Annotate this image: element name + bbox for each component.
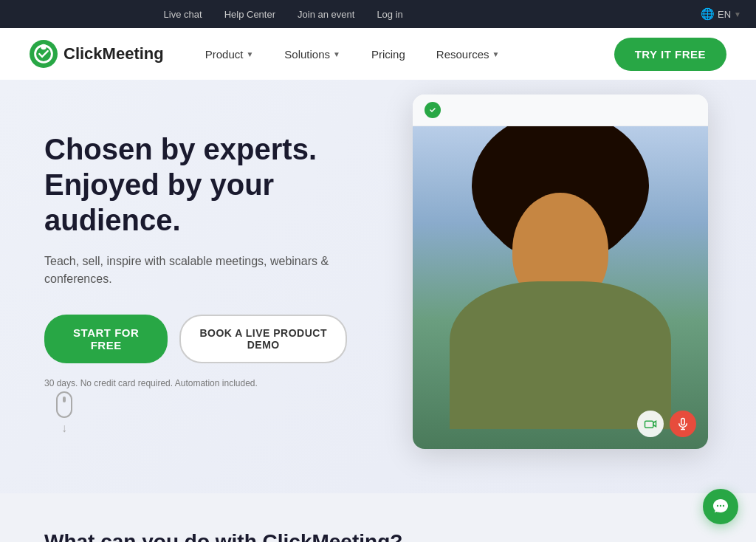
try-it-free-button[interactable]: TRY IT FREE xyxy=(614,38,726,71)
svg-point-13 xyxy=(723,505,724,507)
topbar-join-event[interactable]: Join an event xyxy=(298,9,354,20)
video-controls xyxy=(637,411,696,437)
microphone-button[interactable] xyxy=(670,411,696,437)
bottom-section: What can you do with ClickMeeting? Why d… xyxy=(0,493,756,542)
video-card-header xyxy=(413,95,708,126)
start-for-free-button[interactable]: START FOR FREE xyxy=(44,315,168,363)
globe-icon: 🌐 xyxy=(701,7,715,21)
topbar-live-chat[interactable]: Live chat xyxy=(164,9,202,20)
camera-button[interactable] xyxy=(637,411,664,437)
svg-point-1 xyxy=(41,44,47,50)
svg-point-12 xyxy=(720,505,721,507)
hero-note: 30 days. No credit card required. Automa… xyxy=(44,377,347,390)
chat-bubble-icon xyxy=(712,498,729,515)
hero-section: Chosen by experts. Enjoyed by your audie… xyxy=(0,80,756,493)
nav-links: Product ▼ Solutions ▼ Pricing Resources … xyxy=(193,42,614,66)
camera-icon xyxy=(644,417,657,430)
hero-subtitle: Teach, sell, inspire with scalable meeti… xyxy=(44,253,347,288)
svg-rect-4 xyxy=(681,419,685,425)
logo-text: ClickMeeting xyxy=(63,44,164,64)
book-demo-button[interactable]: BOOK A LIVE PRODUCT DEMO xyxy=(179,315,347,363)
svg-rect-3 xyxy=(645,421,653,428)
top-bar: Live chat Help Center Join an event Log … xyxy=(0,0,756,28)
logo-icon xyxy=(30,40,58,68)
nav-product[interactable]: Product ▼ xyxy=(193,42,266,66)
logo-link[interactable]: ClickMeeting xyxy=(30,40,164,68)
video-card xyxy=(413,95,708,449)
resources-chevron-icon: ▼ xyxy=(492,50,500,58)
hero-image-area xyxy=(387,80,756,493)
hero-content: Chosen by experts. Enjoyed by your audie… xyxy=(0,80,384,493)
body-shape xyxy=(450,281,671,429)
topbar-log-in[interactable]: Log in xyxy=(377,9,402,20)
solutions-chevron-icon: ▼ xyxy=(333,50,340,58)
mic-icon xyxy=(676,417,690,430)
nav-resources[interactable]: Resources ▼ xyxy=(425,42,512,66)
person-image xyxy=(413,126,708,449)
svg-point-11 xyxy=(717,505,718,507)
main-nav: ClickMeeting Product ▼ Solutions ▼ Prici… xyxy=(0,28,756,80)
bottom-title: What can you do with ClickMeeting? xyxy=(44,530,712,542)
person-figure xyxy=(457,126,664,429)
chat-bubble-button[interactable] xyxy=(703,489,738,524)
lang-chevron-icon: ▼ xyxy=(734,10,741,18)
scroll-oval xyxy=(56,391,72,418)
nav-pricing[interactable]: Pricing xyxy=(360,42,417,66)
scroll-dot xyxy=(63,397,66,402)
language-selector[interactable]: EN xyxy=(718,9,731,20)
topbar-help-center[interactable]: Help Center xyxy=(224,9,275,20)
nav-solutions[interactable]: Solutions ▼ xyxy=(272,42,352,66)
scroll-indicator: ↓ xyxy=(56,391,72,434)
hero-title: Chosen by experts. Enjoyed by your audie… xyxy=(44,131,347,238)
hero-buttons: START FOR FREE BOOK A LIVE PRODUCT DEMO xyxy=(44,315,347,363)
scroll-arrow-icon: ↓ xyxy=(61,422,67,434)
vc-logo-icon xyxy=(425,102,441,118)
product-chevron-icon: ▼ xyxy=(246,50,253,58)
